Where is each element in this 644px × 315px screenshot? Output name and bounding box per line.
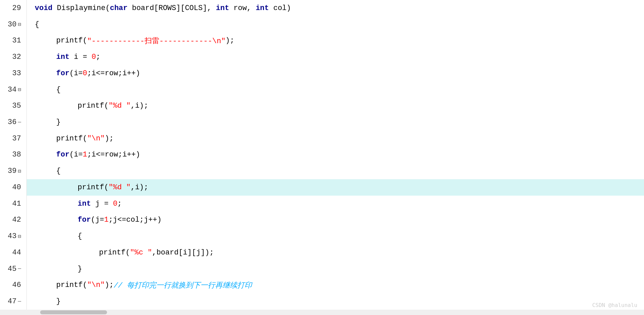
scrollbar-area[interactable] (0, 310, 644, 315)
code-line: { (27, 163, 644, 179)
code-token-kw: int (216, 4, 229, 12)
code-token-kw: for (78, 216, 91, 224)
line-number: 37 (5, 130, 24, 147)
code-token-plain: ( (83, 36, 87, 45)
line-number: 47─ (5, 293, 24, 310)
code-token-fn: printf (78, 102, 104, 110)
code-token-str: "------------扫雷------------\n" (87, 36, 225, 46)
line-num-text: 31 (12, 36, 21, 45)
code-token-fn: printf (56, 36, 83, 45)
fold-line-icon: ─ (18, 266, 21, 272)
code-line: printf("%d ",i); (27, 98, 644, 114)
code-token-plain: ,i); (130, 102, 148, 110)
code-token-kw: int (256, 4, 269, 12)
code-token-kw: int (78, 200, 91, 208)
code-token-kw: int (56, 53, 70, 61)
code-token-plain: ( (104, 183, 108, 192)
line-num-text: 40 (12, 183, 21, 192)
code-token-num: 0 (83, 69, 87, 78)
editor-container: 2930⊟31323334⊟3536─373839⊟40414243⊟4445─… (0, 0, 644, 315)
code-token-kw: for (56, 150, 70, 159)
code-line: int i = 0; (27, 49, 644, 65)
code-token-plain: ); (105, 281, 113, 289)
code-token-num: 0 (113, 200, 117, 208)
code-token-plain: (j= (91, 216, 104, 224)
line-number: 41 (5, 196, 24, 212)
code-token-plain: ;i<=row;i++) (87, 69, 140, 78)
line-num-text: 29 (12, 4, 21, 12)
code-line: void Displaymine(char board[ROWS][COLS],… (27, 0, 644, 16)
code-token-plain: Displaymine( (53, 4, 110, 12)
code-token-num: 0 (92, 53, 96, 61)
line-numbers: 2930⊟31323334⊟3536─373839⊟40414243⊟4445─… (0, 0, 27, 310)
code-token-str: "\n" (87, 281, 105, 289)
line-number: 36─ (5, 114, 24, 130)
code-token-plain: i = (70, 53, 92, 61)
code-token-plain: board[ROWS][COLS], (127, 4, 216, 12)
code-token-plain: { (56, 167, 61, 175)
line-number: 34⊟ (5, 82, 24, 98)
fold-line-icon: ─ (18, 299, 21, 305)
code-line: { (27, 82, 644, 98)
code-token-str: "\n" (87, 134, 105, 143)
code-line: } (27, 293, 644, 310)
code-token-plain: (i= (70, 69, 83, 78)
code-token-plain: { (78, 232, 82, 240)
line-num-text: 43 (8, 232, 16, 240)
collapse-icon[interactable]: ⊟ (18, 168, 21, 175)
code-token-plain: { (35, 20, 39, 29)
code-token-kw: char (110, 4, 127, 12)
code-line: printf("\n");// 每打印完一行就换到下一行再继续打印 (27, 277, 644, 293)
code-token-fn: printf (56, 134, 83, 143)
line-num-text: 32 (12, 53, 21, 61)
code-token-plain: { (56, 86, 61, 94)
line-num-text: 35 (12, 102, 21, 110)
code-token-plain: (i= (70, 150, 83, 159)
code-token-plain: col) (269, 4, 291, 12)
line-number: 40 (5, 179, 24, 196)
line-num-text: 34 (8, 86, 16, 94)
code-token-plain: } (56, 297, 61, 306)
scrollbar-thumb[interactable] (40, 310, 107, 314)
code-line: for(i=0;i<=row;i++) (27, 65, 644, 82)
code-token-plain: row, (229, 4, 256, 12)
line-num-text: 44 (12, 248, 21, 257)
code-token-fn: printf (56, 281, 83, 289)
line-number: 38 (5, 147, 24, 163)
code-token-fn: printf (78, 183, 104, 192)
code-lines: void Displaymine(char board[ROWS][COLS],… (27, 0, 644, 310)
line-number: 43⊟ (5, 228, 24, 244)
code-token-plain: ; (96, 53, 100, 61)
code-line: { (27, 228, 644, 244)
collapse-icon[interactable]: ⊟ (18, 21, 21, 28)
code-line: for(j=1;j<=col;j++) (27, 212, 644, 228)
line-number: 33 (5, 65, 24, 82)
code-token-comment-cn: // 每打印完一行就换到下一行再继续打印 (114, 280, 252, 290)
code-token-plain: ; (117, 200, 122, 208)
code-token-num: 1 (104, 216, 108, 224)
line-number: 29 (5, 0, 24, 16)
line-number: 32 (5, 49, 24, 65)
line-num-text: 41 (12, 200, 21, 208)
code-line: } (27, 114, 644, 130)
code-line: } (27, 261, 644, 277)
code-line: for(i=1;i<=row;i++) (27, 147, 644, 163)
line-number: 46 (5, 277, 24, 293)
collapse-icon[interactable]: ⊟ (18, 86, 21, 93)
code-line: int j = 0; (27, 196, 644, 212)
line-num-text: 37 (12, 134, 21, 143)
code-token-plain: ;j<=col;j++) (108, 216, 161, 224)
line-num-text: 45 (8, 265, 16, 273)
line-number: 30⊟ (5, 16, 24, 33)
line-number: 42 (5, 212, 24, 228)
code-line: printf("%d ",i); (27, 179, 644, 196)
code-token-str: "%d " (108, 183, 130, 192)
code-token-plain: ( (83, 281, 87, 289)
code-line: printf("%c ",board[i][j]); (27, 244, 644, 261)
code-area: 2930⊟31323334⊟3536─373839⊟40414243⊟4445─… (0, 0, 644, 310)
code-token-num: 1 (83, 150, 87, 159)
line-num-text: 38 (12, 150, 21, 159)
collapse-icon[interactable]: ⊟ (18, 233, 21, 240)
line-number: 45─ (5, 261, 24, 277)
code-token-plain: ( (125, 248, 130, 257)
